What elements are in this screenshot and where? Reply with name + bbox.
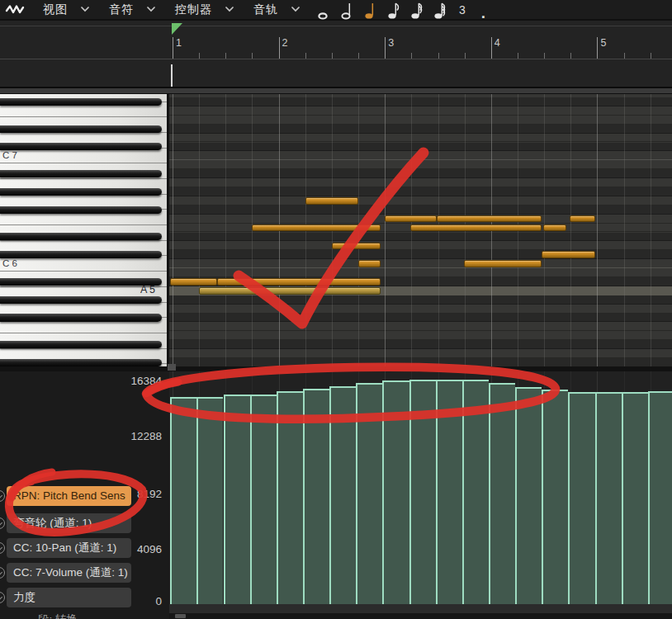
midi-note[interactable] — [252, 224, 381, 232]
menu-item-3[interactable]: 控制器 — [165, 2, 244, 17]
controller-value-bar[interactable] — [170, 397, 196, 604]
controller-value-bar[interactable] — [250, 395, 277, 604]
piano-key-black[interactable] — [0, 170, 162, 177]
loop-marker-green-flag[interactable] — [172, 23, 182, 35]
controller-value-bar[interactable] — [648, 391, 672, 604]
controller-value-bar[interactable] — [622, 392, 648, 604]
eighth-note-icon[interactable] — [387, 2, 400, 20]
controller-value-bar[interactable] — [303, 389, 329, 604]
half-note-icon[interactable] — [341, 2, 353, 20]
midi-note[interactable] — [217, 278, 381, 286]
controller-value-bar[interactable] — [329, 386, 356, 604]
half-note-tool[interactable] — [341, 2, 353, 20]
measure-number: 4 — [495, 37, 500, 49]
octave-label: C 6 — [2, 258, 17, 268]
beat-gridline — [225, 94, 226, 366]
piano-key-black[interactable] — [0, 251, 162, 258]
controller-value-bar[interactable] — [356, 383, 382, 604]
horizontal-scrollbar[interactable] — [169, 613, 672, 619]
midi-note[interactable] — [543, 224, 566, 232]
measure-gridline — [173, 94, 173, 366]
sixteenth-note-icon[interactable] — [410, 2, 423, 20]
beat-tick — [332, 53, 333, 59]
piano-key-black[interactable] — [0, 278, 162, 286]
piano-key-white[interactable] — [0, 149, 169, 164]
controller-value-bar[interactable] — [409, 380, 436, 604]
triplet-tool[interactable]: 3 — [457, 1, 468, 20]
controller-lane-item-2[interactable]: 弯音轮 (通道: 1) — [7, 513, 131, 533]
quarter-note-tool[interactable] — [364, 2, 376, 20]
lane-dropdown-icon[interactable] — [0, 517, 5, 529]
midi-note[interactable] — [437, 215, 542, 223]
midi-note[interactable] — [332, 243, 381, 250]
controller-lane-item-5[interactable]: 力度 — [7, 588, 131, 607]
piano-key-black[interactable] — [0, 206, 162, 214]
timeline-ruler[interactable]: 12345 — [0, 21, 672, 87]
controller-value-bar[interactable] — [224, 395, 250, 604]
chevron-down-icon — [147, 7, 155, 12]
midi-note[interactable] — [385, 215, 437, 223]
controller-value-bar[interactable] — [595, 392, 622, 604]
playhead-line[interactable] — [171, 64, 173, 87]
midi-note[interactable] — [199, 287, 381, 295]
controller-value-bar[interactable] — [382, 380, 409, 604]
measure-number: 1 — [176, 37, 182, 49]
controller-value-bar[interactable] — [489, 383, 515, 604]
midi-note[interactable] — [410, 224, 542, 232]
controller-value-bar[interactable] — [568, 392, 594, 604]
controller-value-bar[interactable] — [196, 397, 223, 604]
controller-lane-item-1[interactable]: RPN: Pitch Bend Sens — [7, 486, 131, 506]
piano-key-black[interactable] — [0, 359, 162, 366]
value-axis-label: 16384 — [0, 375, 162, 387]
controller-value-bar[interactable] — [515, 387, 542, 604]
thirtysecond-note-tool[interactable] — [433, 2, 446, 20]
piano-key-black[interactable] — [0, 143, 162, 150]
ruler-baseline — [0, 59, 672, 59]
midi-editor-window: 视图音符控制器音轨3. 12345 C 7C 6C 5A 5 163841228… — [0, 0, 672, 619]
measure-number: 2 — [282, 37, 288, 49]
chevron-down-icon — [81, 7, 89, 12]
piano-key-black[interactable] — [0, 341, 162, 348]
menu-item-2[interactable]: 音符 — [99, 2, 165, 17]
piano-key-black[interactable] — [0, 125, 162, 133]
measure-line — [597, 37, 598, 59]
lane-dropdown-icon[interactable] — [0, 567, 5, 579]
whole-note-icon[interactable] — [318, 2, 330, 20]
menu-item-label: 视图 — [43, 2, 68, 17]
controller-value-bar[interactable] — [277, 391, 303, 604]
controller-value-chart[interactable] — [169, 371, 672, 613]
midi-note[interactable] — [542, 251, 595, 258]
whole-note-tool[interactable] — [318, 2, 330, 20]
note-grid[interactable] — [169, 94, 672, 366]
piano-key-black[interactable] — [0, 296, 162, 304]
controller-value-bar[interactable] — [436, 380, 462, 604]
controller-lane-item-3[interactable]: CC: 10-Pan (通道: 1) — [7, 538, 131, 558]
midi-note[interactable] — [170, 278, 217, 286]
piano-key-black[interactable] — [0, 188, 162, 196]
controller-value-bar[interactable] — [462, 380, 489, 604]
scrollbar-thumb[interactable] — [175, 614, 186, 618]
chart-baseline-strip — [169, 604, 672, 613]
dotted-note-tool[interactable]: . — [479, 7, 488, 20]
piano-key-white[interactable] — [0, 256, 169, 272]
piano-keyboard[interactable]: C 7C 6C 5A 5 — [0, 94, 169, 366]
thirtysecond-note-icon[interactable] — [433, 2, 446, 20]
quarter-note-icon[interactable] — [364, 2, 376, 20]
piano-key-black[interactable] — [0, 314, 162, 321]
piano-key-black[interactable] — [0, 98, 162, 106]
sixteenth-note-tool[interactable] — [410, 2, 423, 20]
pane-resize-handle[interactable] — [168, 364, 176, 371]
measure-gridline — [385, 94, 386, 366]
midi-note[interactable] — [358, 260, 381, 267]
midi-note[interactable] — [305, 197, 358, 205]
midi-note[interactable] — [464, 260, 542, 267]
controller-lane-item-4[interactable]: CC: 7-Volume (通道: 1) — [7, 563, 131, 583]
beat-tick — [305, 53, 306, 59]
eighth-note-tool[interactable] — [387, 2, 400, 20]
menu-item-4[interactable]: 音轨 — [244, 2, 310, 17]
controller-value-bar[interactable] — [542, 390, 568, 604]
menu-item-1[interactable]: 视图 — [33, 2, 99, 17]
beat-gridline — [624, 94, 625, 366]
midi-note[interactable] — [570, 215, 595, 223]
piano-key-black[interactable] — [0, 233, 162, 240]
